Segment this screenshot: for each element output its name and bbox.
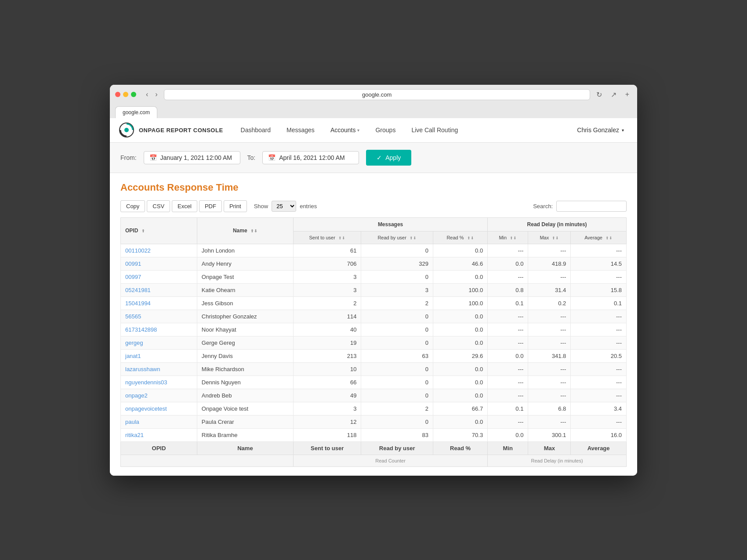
footer-sent-label: Sent to user bbox=[293, 441, 361, 455]
footer-name-label: Name bbox=[197, 441, 293, 455]
read-pct-sort-icon[interactable]: ⬆⬇ bbox=[467, 236, 474, 240]
bottom-delay-label: Read Delay (in minutes) bbox=[488, 455, 627, 466]
sent-sort-icon[interactable]: ⬆⬇ bbox=[338, 236, 345, 240]
avg-cell: --- bbox=[571, 336, 627, 349]
read-pct-cell: 0.0 bbox=[433, 270, 487, 283]
opid-cell[interactable]: paula bbox=[121, 415, 197, 428]
reload-button[interactable]: ↻ bbox=[594, 90, 605, 100]
nav-messages[interactable]: Messages bbox=[279, 123, 322, 137]
copy-button[interactable]: Copy bbox=[120, 200, 145, 212]
max-cell: 300.1 bbox=[528, 428, 571, 441]
max-cell: --- bbox=[528, 376, 571, 389]
export-buttons: Copy CSV Excel PDF Print bbox=[120, 200, 247, 212]
opid-cell[interactable]: 00997 bbox=[121, 270, 197, 283]
nav-dashboard[interactable]: Dashboard bbox=[234, 123, 278, 137]
read-pct-cell: 0.0 bbox=[433, 389, 487, 402]
read-by-cell: 329 bbox=[361, 257, 433, 270]
max-sort-icon[interactable]: ⬆⬇ bbox=[552, 236, 559, 240]
name-cell: Andy Henry bbox=[197, 257, 293, 270]
table-row: lazarusshawnMike Richardson1000.0-------… bbox=[121, 362, 627, 376]
table-row: gergegGerge Gereg1900.0--------- bbox=[121, 336, 627, 349]
pdf-button[interactable]: PDF bbox=[199, 200, 222, 212]
read-by-cell: 0 bbox=[361, 323, 433, 336]
to-date-input[interactable]: 📅 April 16, 2021 12:00 AM bbox=[262, 151, 359, 164]
opid-cell[interactable]: nguyendennis03 bbox=[121, 376, 197, 389]
avg-cell: 15.8 bbox=[571, 283, 627, 296]
minimize-button[interactable] bbox=[123, 92, 128, 97]
name-cell: Katie Ohearn bbox=[197, 283, 293, 296]
main-content: Accounts Response Time Copy CSV Excel PD… bbox=[110, 173, 637, 476]
name-cell: Andreb Beb bbox=[197, 389, 293, 402]
min-cell: --- bbox=[488, 376, 528, 389]
apply-button[interactable]: ✓ Apply bbox=[366, 150, 411, 166]
max-cell: --- bbox=[528, 415, 571, 428]
to-date-value: April 16, 2021 12:00 AM bbox=[279, 154, 344, 161]
footer-max-label: Max bbox=[528, 441, 571, 455]
avg-sort-icon[interactable]: ⬆⬇ bbox=[606, 236, 613, 240]
forward-button[interactable]: › bbox=[152, 90, 160, 99]
opid-cell[interactable]: ritika21 bbox=[121, 428, 197, 441]
table-row: 56565Christopher Gonzalez11400.0--------… bbox=[121, 310, 627, 323]
address-bar[interactable]: google.com bbox=[164, 89, 590, 100]
nav-live-call-routing[interactable]: Live Call Routing bbox=[404, 123, 465, 137]
apply-label: Apply bbox=[385, 154, 401, 161]
avg-cell: --- bbox=[571, 270, 627, 283]
avg-cell: --- bbox=[571, 323, 627, 336]
browser-window: ‹ › google.com ↻ ↗ + google.com ONPAGE R… bbox=[110, 85, 637, 476]
print-button[interactable]: Print bbox=[224, 200, 247, 212]
sent-cell: 3 bbox=[293, 402, 361, 415]
table-row: 00991Andy Henry70632946.60.0418.914.5 bbox=[121, 257, 627, 270]
min-sort-icon[interactable]: ⬆⬇ bbox=[510, 236, 517, 240]
sent-cell: 66 bbox=[293, 376, 361, 389]
opid-cell[interactable]: 00991 bbox=[121, 257, 197, 270]
data-table: OPID ⬆ Name ⬆⬇ Messages Read Delay (in m… bbox=[120, 217, 627, 467]
from-date-input[interactable]: 📅 January 1, 2021 12:00 AM bbox=[144, 151, 240, 164]
onpage-logo-icon bbox=[119, 122, 134, 138]
col-min-header: Min ⬆⬇ bbox=[488, 231, 528, 244]
opid-cell[interactable]: janat1 bbox=[121, 349, 197, 362]
opid-cell[interactable]: 56565 bbox=[121, 310, 197, 323]
read-by-sort-icon[interactable]: ⬆⬇ bbox=[410, 236, 417, 240]
read-pct-cell: 29.6 bbox=[433, 349, 487, 362]
opid-cell[interactable]: onpagevoicetest bbox=[121, 402, 197, 415]
opid-cell[interactable]: 05241981 bbox=[121, 283, 197, 296]
name-cell: Jenny Davis bbox=[197, 349, 293, 362]
opid-cell[interactable]: lazarusshawn bbox=[121, 362, 197, 376]
min-cell: 0.1 bbox=[488, 402, 528, 415]
close-button[interactable] bbox=[115, 92, 120, 97]
opid-cell[interactable]: 6173142898 bbox=[121, 323, 197, 336]
page-title: Accounts Response Time bbox=[120, 182, 627, 193]
avg-cell: --- bbox=[571, 389, 627, 402]
name-cell: Ritika Bramhe bbox=[197, 428, 293, 441]
group-header-row: OPID ⬆ Name ⬆⬇ Messages Read Delay (in m… bbox=[121, 217, 627, 231]
share-button[interactable]: ↗ bbox=[608, 90, 619, 100]
nav-accounts[interactable]: Accounts ▾ bbox=[323, 123, 367, 137]
opid-cell[interactable]: 15041994 bbox=[121, 296, 197, 310]
opid-cell[interactable]: onpage2 bbox=[121, 389, 197, 402]
table-row: ritika21Ritika Bramhe1188370.30.0300.116… bbox=[121, 428, 627, 441]
name-sort-icon[interactable]: ⬆⬇ bbox=[250, 229, 257, 233]
opid-sort-icon[interactable]: ⬆ bbox=[141, 229, 145, 233]
read-pct-cell: 66.7 bbox=[433, 402, 487, 415]
table-row: 6173142898Noor Khayyat4000.0--------- bbox=[121, 323, 627, 336]
min-cell: --- bbox=[488, 310, 528, 323]
nav-groups[interactable]: Groups bbox=[368, 123, 403, 137]
search-input[interactable] bbox=[556, 201, 627, 212]
opid-cell[interactable]: gergeg bbox=[121, 336, 197, 349]
browser-tab[interactable]: google.com bbox=[115, 106, 157, 118]
maximize-button[interactable] bbox=[131, 92, 136, 97]
table-row: onpage2Andreb Beb4900.0--------- bbox=[121, 389, 627, 402]
excel-button[interactable]: Excel bbox=[172, 200, 197, 212]
browser-tabs: google.com bbox=[115, 106, 632, 118]
min-cell: --- bbox=[488, 389, 528, 402]
csv-button[interactable]: CSV bbox=[147, 200, 170, 212]
sent-cell: 2 bbox=[293, 296, 361, 310]
opid-cell[interactable]: 00110022 bbox=[121, 244, 197, 257]
entries-control: Show 25 10 50 100 entries bbox=[254, 201, 317, 212]
col-opid-header: OPID ⬆ bbox=[121, 217, 197, 244]
entries-select[interactable]: 25 10 50 100 bbox=[272, 201, 296, 212]
back-button[interactable]: ‹ bbox=[143, 90, 151, 99]
new-tab-button[interactable]: + bbox=[623, 90, 632, 99]
table-body: 00110022John London6100.0---------00991A… bbox=[121, 244, 627, 441]
user-menu[interactable]: Chris Gonzalez ▾ bbox=[573, 124, 628, 136]
